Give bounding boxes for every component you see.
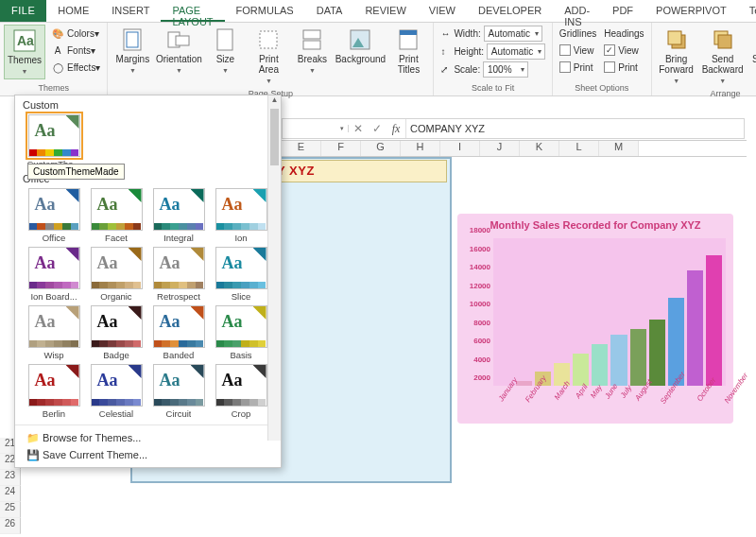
column-header[interactable]: M bbox=[599, 141, 639, 156]
fonts-button[interactable]: AFonts ▾ bbox=[47, 42, 103, 59]
theme-badge[interactable]: AaBadge bbox=[87, 305, 146, 360]
theme-retrospect[interactable]: AaRetrospect bbox=[149, 247, 208, 302]
print-area-button[interactable]: Print Area▼ bbox=[248, 25, 289, 88]
theme-crop[interactable]: AaCrop bbox=[212, 364, 270, 419]
column-header[interactable]: L bbox=[559, 141, 599, 156]
chart[interactable]: Monthly Sales Recorded for Company XYZ 2… bbox=[457, 214, 733, 424]
theme-organic[interactable]: AaOrganic bbox=[87, 247, 146, 302]
cancel-icon[interactable]: ✕ bbox=[349, 122, 368, 135]
save-theme-button[interactable]: 💾Save Current Theme... bbox=[23, 446, 273, 463]
ribbon: Aa Themes▼ 🎨Colors ▾ AFonts ▾ ◯Effects ▾… bbox=[0, 23, 756, 96]
theme-banded[interactable]: AaBanded bbox=[149, 305, 208, 360]
chart-title: Monthly Sales Recorded for Company XYZ bbox=[457, 214, 733, 233]
y-tick-label: 18000 bbox=[470, 226, 490, 234]
gridlines-view-check[interactable]: View bbox=[557, 42, 599, 59]
themes-button[interactable]: Aa Themes▼ bbox=[4, 25, 45, 79]
themes-icon: Aa bbox=[11, 27, 38, 54]
bring-forward-icon bbox=[663, 26, 690, 53]
bar bbox=[630, 329, 646, 386]
scroll-up-icon[interactable]: ▲ bbox=[268, 95, 281, 109]
tab-file[interactable]: FILE bbox=[0, 0, 46, 22]
svg-rect-9 bbox=[303, 41, 320, 49]
name-box[interactable]: ▾ bbox=[283, 125, 349, 132]
column-header[interactable]: E bbox=[282, 141, 321, 156]
colors-button[interactable]: 🎨Colors ▾ bbox=[47, 25, 103, 42]
y-tick-label: 10000 bbox=[470, 300, 490, 308]
tab-team[interactable]: Team bbox=[738, 0, 756, 22]
theme-label: Retrospect bbox=[157, 291, 200, 302]
print-titles-icon bbox=[395, 26, 421, 53]
bar bbox=[592, 344, 608, 386]
fx-icon[interactable]: fx bbox=[387, 122, 405, 136]
scrollbar[interactable]: ▲ bbox=[267, 95, 281, 441]
ribbon-tabs: FILE HOME INSERT PAGE LAYOUT FORMULAS DA… bbox=[0, 0, 756, 23]
theme-integral[interactable]: AaIntegral bbox=[149, 188, 208, 243]
group-title-arrange: Arrange bbox=[656, 88, 756, 99]
theme-celestial[interactable]: AaCelestial bbox=[87, 364, 146, 419]
row-header[interactable]: 23 bbox=[0, 470, 21, 486]
row-header[interactable]: 26 bbox=[0, 518, 21, 534]
browse-themes-button[interactable]: 📁Browse for Themes... bbox=[23, 429, 273, 446]
folder-icon: 📁 bbox=[26, 432, 41, 444]
tab-home[interactable]: HOME bbox=[46, 0, 100, 22]
theme-circuit[interactable]: AaCircuit bbox=[149, 364, 208, 419]
height-field[interactable]: Automatic bbox=[487, 43, 545, 60]
theme-ionboard[interactable]: AaIon Board... bbox=[25, 247, 83, 302]
tab-page-layout[interactable]: PAGE LAYOUT bbox=[161, 0, 224, 22]
margins-button[interactable]: Margins▼ bbox=[112, 25, 153, 78]
tab-formulas[interactable]: FORMULAS bbox=[225, 0, 305, 22]
breaks-button[interactable]: Breaks▼ bbox=[291, 25, 333, 78]
column-header[interactable]: G bbox=[361, 141, 401, 156]
tooltip: CustomThemeMade bbox=[27, 164, 125, 180]
theme-facet[interactable]: AaFacet bbox=[87, 188, 146, 243]
column-header[interactable]: H bbox=[401, 141, 440, 156]
tab-data[interactable]: DATA bbox=[305, 0, 354, 22]
height-icon: ↕ bbox=[440, 46, 454, 57]
tab-pdf[interactable]: PDF bbox=[601, 0, 644, 22]
theme-basis[interactable]: AaBasis bbox=[212, 305, 270, 360]
selection-pane-button[interactable]: Selection Pane bbox=[748, 25, 756, 77]
headings-label: Headings bbox=[601, 25, 646, 42]
theme-office[interactable]: AaOffice bbox=[25, 188, 83, 243]
bring-forward-button[interactable]: Bring Forward ▼ bbox=[656, 25, 697, 88]
headings-view-check[interactable]: View bbox=[601, 42, 646, 59]
background-button[interactable]: Background bbox=[335, 25, 386, 66]
print-titles-button[interactable]: Print Titles bbox=[387, 25, 429, 77]
cell-area[interactable]: NY XYZ Monthly Sales Recorded for Compan… bbox=[282, 157, 747, 537]
gridlines-label: Gridlines bbox=[557, 25, 599, 42]
column-header[interactable]: F bbox=[321, 141, 361, 156]
theme-slice[interactable]: AaSlice bbox=[212, 247, 270, 302]
theme-berlin[interactable]: AaBerlin bbox=[25, 364, 83, 419]
theme-wisp[interactable]: AaWisp bbox=[25, 305, 83, 360]
headings-print-check[interactable]: Print bbox=[601, 59, 646, 76]
effects-button[interactable]: ◯Effects ▾ bbox=[47, 59, 103, 76]
tab-addins[interactable]: ADD-INS bbox=[553, 0, 601, 22]
theme-ion[interactable]: AaIon bbox=[212, 188, 270, 243]
theme-custom[interactable]: Aa CustomThe... bbox=[25, 114, 83, 169]
formula-bar: ▾ ✕ ✓ fx COMPANY XYZ bbox=[282, 118, 745, 139]
orientation-button[interactable]: Orientation▼ bbox=[155, 25, 202, 78]
tab-insert[interactable]: INSERT bbox=[100, 0, 161, 22]
tab-view[interactable]: VIEW bbox=[418, 0, 467, 22]
column-header[interactable]: K bbox=[520, 141, 559, 156]
gridlines-print-check[interactable]: Print bbox=[557, 59, 599, 76]
print-area-icon bbox=[255, 26, 282, 53]
section-custom: Custom bbox=[15, 95, 281, 113]
formula-input[interactable]: COMPANY XYZ bbox=[406, 123, 744, 134]
send-backward-button[interactable]: Send Backward ▼ bbox=[699, 25, 747, 88]
column-header[interactable]: I bbox=[440, 141, 480, 156]
tab-powerpivot[interactable]: POWERPIVOT bbox=[644, 0, 738, 22]
bar bbox=[649, 320, 665, 386]
row-header[interactable]: 25 bbox=[0, 502, 21, 518]
scroll-thumb[interactable] bbox=[270, 109, 279, 165]
theme-label: Ion Board... bbox=[30, 291, 77, 302]
tab-review[interactable]: REVIEW bbox=[353, 0, 417, 22]
row-header[interactable]: 24 bbox=[0, 486, 21, 502]
scale-field[interactable]: 100% bbox=[483, 61, 528, 78]
size-button[interactable]: Size▼ bbox=[204, 25, 246, 78]
width-field[interactable]: Automatic bbox=[484, 26, 542, 42]
chart-x-axis: JanuaryFebruaryMarchAprilMayJuneJulyAugu… bbox=[493, 386, 726, 422]
column-header[interactable]: J bbox=[480, 141, 520, 156]
enter-icon[interactable]: ✓ bbox=[368, 122, 387, 135]
tab-developer[interactable]: DEVELOPER bbox=[467, 0, 553, 22]
